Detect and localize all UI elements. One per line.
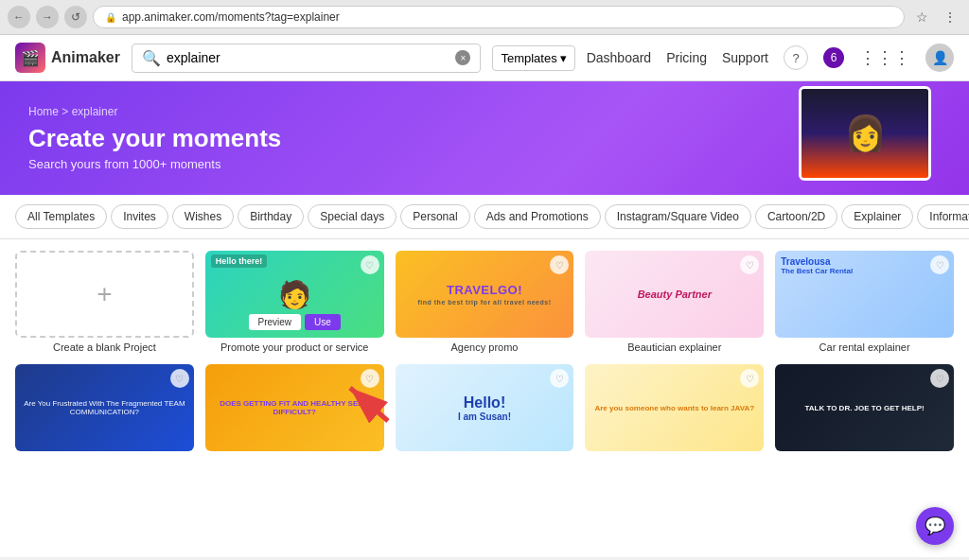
card-thumb-travelousa: Travelousa The Best Car Rental ♡	[775, 251, 954, 338]
lock-icon: 🔒	[105, 12, 116, 23]
tab-birthday[interactable]: Birthday	[238, 204, 304, 229]
card-bg-travelgo: TRAVELGO! find the best trip for all tra…	[396, 251, 574, 338]
card-bg-team: Are You Frustrated With The Fragmented T…	[15, 364, 194, 451]
blank-card-label: Create a blank Project	[15, 341, 194, 353]
travelgo-text: TRAVELGO! find the best trip for all tra…	[418, 283, 552, 306]
browser-toolbar: ← → ↺ 🔒 app.animaker.com/moments?tag=exp…	[0, 0, 969, 34]
template-card-travelousa[interactable]: Travelousa The Best Car Rental ♡ Car ren…	[775, 251, 954, 353]
card-bg-promo: 🧑 Hello there! Preview Use	[205, 251, 384, 338]
card-thumb-fit: DOES GETTING FIT AND HEALTHY SEEM DIFFIC…	[205, 364, 384, 451]
url-bar[interactable]: 🔒 app.animaker.com/moments?tag=explainer	[93, 6, 905, 28]
tab-wishes[interactable]: Wishes	[172, 204, 234, 229]
hero-banner: Home > explainer Create your moments Sea…	[0, 81, 969, 195]
blank-project-card[interactable]: + Create a blank Project	[15, 251, 194, 353]
apps-grid-button[interactable]: ⋮⋮⋮	[859, 47, 910, 68]
template-card-travelgo[interactable]: TRAVELGO! find the best trip for all tra…	[396, 251, 574, 353]
browser-actions: ☆ ⋮	[910, 6, 961, 28]
browser-chrome: ← → ↺ 🔒 app.animaker.com/moments?tag=exp…	[0, 0, 969, 35]
nav-support[interactable]: Support	[722, 50, 768, 65]
beautician-text: Beauty Partner	[638, 289, 712, 300]
nav-dashboard[interactable]: Dashboard	[587, 50, 652, 65]
template-card-drjoe[interactable]: TALK TO DR. JOE TO GET HELP! ♡	[775, 364, 954, 455]
template-card-beautician[interactable]: Beauty Partner ♡ Beautician explainer	[585, 251, 764, 353]
card-thumb-drjoe: TALK TO DR. JOE TO GET HELP! ♡	[775, 364, 954, 451]
search-bar: 🔍 ×	[132, 44, 481, 73]
tab-all-templates[interactable]: All Templates	[15, 204, 107, 229]
travelousa-text: Travelousa The Best Car Rental	[781, 256, 853, 275]
url-text: app.animaker.com/moments?tag=explainer	[122, 10, 892, 24]
chevron-down-icon: ▾	[560, 51, 567, 65]
chat-bubble[interactable]: 💬	[916, 507, 954, 545]
search-clear-button[interactable]: ×	[455, 50, 470, 65]
tab-invites[interactable]: Invites	[111, 204, 168, 229]
breadcrumb: Home > explainer	[28, 105, 281, 118]
search-type-label: Templates	[501, 51, 556, 65]
tab-personal[interactable]: Personal	[400, 204, 469, 229]
drjoe-text: TALK TO DR. JOE TO GET HELP!	[804, 404, 924, 412]
app-content: 🎬 Animaker 🔍 × Templates ▾ Dashboard Pri…	[0, 35, 969, 557]
card-thumb-beautician: Beauty Partner ♡	[585, 251, 764, 338]
card-bg-fit: DOES GETTING FIT AND HEALTHY SEEM DIFFIC…	[205, 364, 384, 451]
notification-badge[interactable]: 6	[823, 47, 844, 68]
template-card-java[interactable]: Are you someone who wants to learn JAVA?…	[585, 364, 764, 455]
heart-button-team[interactable]: ♡	[170, 369, 189, 388]
extensions-button[interactable]: ⋮	[939, 6, 961, 28]
tab-instagram[interactable]: Instagram/Square Video	[605, 204, 751, 229]
tab-special-days[interactable]: Special days	[308, 204, 396, 229]
reload-button[interactable]: ↺	[64, 6, 87, 28]
card-bg-beautician: Beauty Partner	[585, 251, 764, 338]
tab-ads-promotions[interactable]: Ads and Promotions	[474, 204, 601, 229]
help-button[interactable]: ?	[784, 45, 808, 70]
heart-button-promo[interactable]: ♡	[361, 255, 379, 274]
use-button[interactable]: Use	[305, 314, 341, 330]
card-thumb-team: Are You Frustrated With The Fragmented T…	[15, 364, 194, 451]
hero-image-inner: 👩	[802, 89, 928, 178]
plus-icon: +	[97, 279, 112, 309]
logo[interactable]: 🎬 Animaker	[15, 43, 120, 73]
category-tabs: All Templates Invites Wishes Birthday Sp…	[0, 195, 969, 239]
blank-card-thumb[interactable]: +	[15, 251, 194, 338]
card-thumb-java: Are you someone who wants to learn JAVA?…	[585, 364, 764, 451]
tab-explainer[interactable]: Explainer	[841, 204, 913, 229]
app-header: 🎬 Animaker 🔍 × Templates ▾ Dashboard Pri…	[0, 35, 969, 81]
tab-cartoon[interactable]: Cartoon/2D	[755, 204, 837, 229]
card-bg-drjoe: TALK TO DR. JOE TO GET HELP!	[775, 364, 954, 451]
logo-icon: 🎬	[15, 43, 45, 73]
team-text: Are You Frustrated With The Fragmented T…	[19, 399, 190, 416]
hero-title: Create your moments	[28, 124, 281, 153]
template-card-team[interactable]: Are You Frustrated With The Fragmented T…	[15, 364, 194, 455]
template-card-hello[interactable]: Hello! I am Susan! ♡	[396, 364, 574, 455]
nav-links: Dashboard Pricing Support ? 6 ⋮⋮⋮ 👤	[587, 44, 954, 72]
logo-text: Animaker	[51, 49, 120, 66]
bookmark-button[interactable]: ☆	[910, 6, 933, 28]
card-bg-travelousa: Travelousa The Best Car Rental	[775, 251, 954, 338]
avatar-button[interactable]: 👤	[925, 44, 954, 72]
template-grid: + Create a blank Project 🧑 Hello there! …	[0, 239, 969, 466]
tab-informational[interactable]: Informational	[917, 204, 969, 229]
java-text: Are you someone who wants to learn JAVA?	[594, 404, 754, 412]
card-thumb-travelgo: TRAVELGO! find the best trip for all tra…	[396, 251, 574, 338]
card-thumb-hello: Hello! I am Susan! ♡	[396, 364, 574, 451]
card-label-promo: Promote your product or service	[205, 341, 384, 353]
preview-button[interactable]: Preview	[249, 314, 302, 330]
hero-text: Home > explainer Create your moments Sea…	[28, 105, 281, 171]
template-card-promo[interactable]: 🧑 Hello there! Preview Use ♡ Promote you…	[205, 251, 384, 353]
heart-button-travelousa[interactable]: ♡	[930, 255, 949, 274]
hero-person-image: 👩	[844, 114, 887, 153]
search-input[interactable]	[167, 50, 449, 65]
hello-sub: I am Susan!	[458, 411, 511, 422]
heart-button-drjoe[interactable]: ♡	[930, 369, 949, 388]
template-card-fit[interactable]: DOES GETTING FIT AND HEALTHY SEEM DIFFIC…	[205, 364, 384, 455]
heart-button-fit[interactable]: ♡	[361, 369, 379, 388]
back-button[interactable]: ←	[8, 6, 30, 28]
card-person-icon: 🧑	[278, 279, 311, 310]
laptop-base	[799, 178, 931, 181]
nav-pricing[interactable]: Pricing	[666, 50, 707, 65]
card-label-travelousa: Car rental explainer	[775, 341, 954, 353]
search-icon: 🔍	[142, 49, 161, 67]
hello-text: Hello!	[464, 394, 505, 411]
search-type-dropdown[interactable]: Templates ▾	[492, 45, 574, 71]
forward-button[interactable]: →	[36, 6, 59, 28]
card-label-beautician: Beautician explainer	[585, 341, 764, 353]
hero-image: 👩	[799, 86, 931, 181]
